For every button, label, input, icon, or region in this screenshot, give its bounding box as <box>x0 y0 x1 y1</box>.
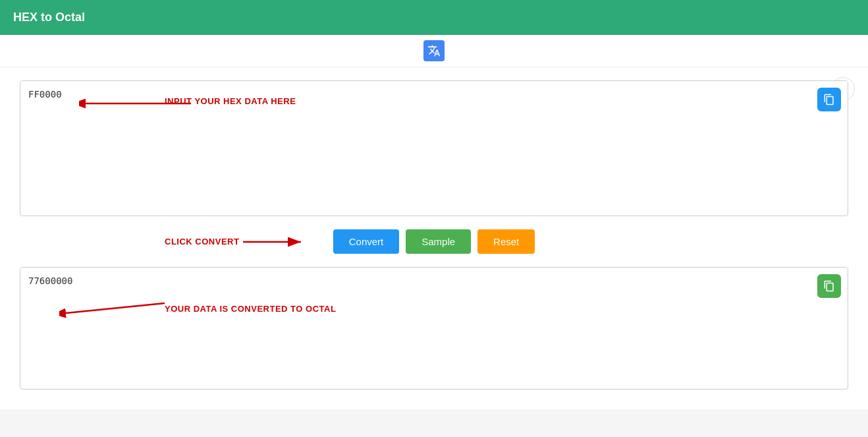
copy-input-button[interactable] <box>817 88 841 111</box>
output-section: YOUR DATA IS CONVERTED TO OCTAL <box>20 267 848 390</box>
input-section: INPUT YOUR HEX DATA HERE <box>20 80 848 216</box>
convert-button[interactable]: Convert <box>333 229 400 254</box>
copy-output-button[interactable] <box>817 274 841 298</box>
octal-output[interactable] <box>20 268 848 386</box>
convert-annotation-group: CLICK CONVERT <box>165 232 309 252</box>
translate-bar <box>0 35 868 67</box>
output-wrapper <box>20 267 848 390</box>
main-content: ♡ INPUT YOUR HEX DATA HERE CLICK C <box>0 67 868 409</box>
page-title: HEX to Octal <box>13 11 85 24</box>
input-annotation: INPUT YOUR HEX DATA HERE <box>165 96 296 106</box>
hex-input[interactable] <box>20 81 848 213</box>
output-annotation: YOUR DATA IS CONVERTED TO OCTAL <box>165 304 336 314</box>
page-header: HEX to Octal <box>0 0 868 35</box>
buttons-row: CLICK CONVERT Convert Sample Reset <box>20 229 848 254</box>
convert-annotation-text: CLICK CONVERT <box>165 237 239 247</box>
input-wrapper <box>20 80 848 216</box>
reset-button[interactable]: Reset <box>477 229 535 254</box>
sample-button[interactable]: Sample <box>406 229 471 254</box>
translate-icon <box>423 40 445 61</box>
convert-arrow-svg <box>243 232 309 252</box>
